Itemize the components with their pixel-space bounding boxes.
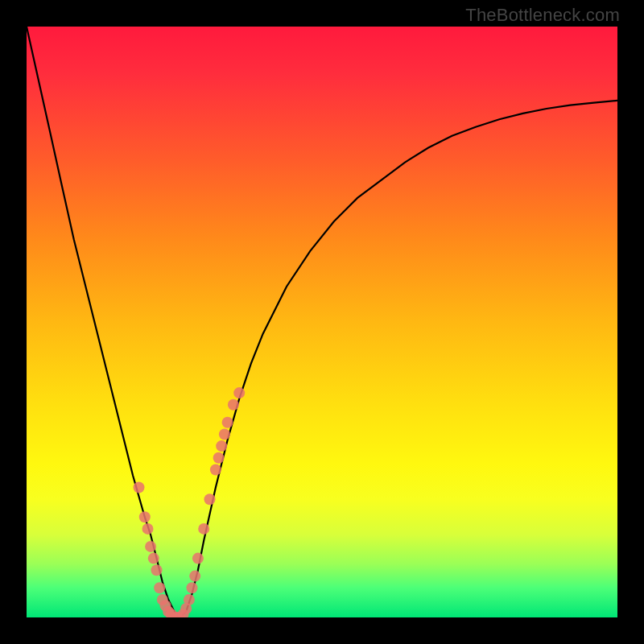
outer-frame: TheBottleneck.com [0,0,644,644]
chart-background-heatmap [27,27,617,617]
watermark-text: TheBottleneck.com [465,5,620,26]
